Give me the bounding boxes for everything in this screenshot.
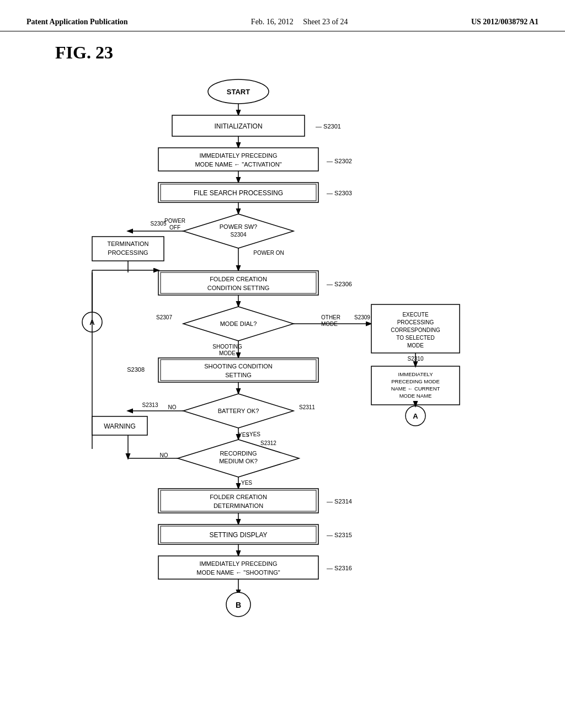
s2313-step-label: S2313: [142, 402, 158, 408]
s2316-label-1: IMMEDIATELY PRECEDING: [199, 560, 277, 567]
s2309-label-2: PROCESSING: [397, 319, 434, 325]
no-medium: NO: [160, 452, 168, 458]
s2313-label: WARNING: [104, 422, 136, 430]
no-battery: NO: [168, 404, 177, 410]
s2308-label-1: SHOOTING CONDITION: [204, 363, 273, 370]
circle-b: B: [236, 601, 241, 609]
page-header: Patent Application Publication Feb. 16, …: [0, 0, 565, 31]
s2307-label: MODE DIAL?: [220, 320, 257, 327]
sheet-info: Sheet 23 of 24: [303, 18, 348, 26]
svg-marker-9: [183, 214, 294, 248]
s2303-label: FILE SEARCH PROCESSING: [194, 189, 283, 197]
header-center: Feb. 16, 2012 Sheet 23 of 24: [251, 18, 348, 26]
s2305-step-label: S2305: [151, 221, 167, 227]
s2312-label-2: MEDIUM OK?: [219, 458, 258, 464]
s2311-step: S2311: [299, 404, 315, 410]
s2310-label-4: MODE NAME: [399, 393, 432, 399]
other-mode-label: OTHER: [321, 314, 340, 320]
s2301-label: INITIALIZATION: [214, 122, 262, 130]
s2307-step: S2307: [156, 314, 172, 320]
s2305-label-1: TERMINATION: [108, 240, 149, 247]
power-off-label2: OFF: [169, 224, 180, 231]
s2314-label-1: FOLDER CREATION: [210, 494, 267, 500]
flowchart-svg: START INITIALIZATION — S2301 IMMEDIATELY…: [56, 74, 509, 670]
s2306-step: — S2306: [327, 281, 352, 287]
figure-area: FIG. 23 START INITIALIZATION — S2301 IMM…: [0, 31, 565, 681]
patent-number: US 2012/0038792 A1: [471, 18, 539, 26]
s2309-label-1: EXECUTE: [402, 312, 429, 318]
s2312-yes-label: ↓YES: [247, 431, 260, 437]
s2311-label: BATTERY OK?: [218, 408, 259, 414]
power-on-label: POWER ON: [253, 250, 284, 256]
s2309-label-4: TO SELECTED: [396, 335, 434, 341]
s2302-label-2: MODE NAME ← "ACTIVATION": [195, 161, 281, 168]
s2308-step: S2308: [127, 366, 145, 373]
s2309-step-label: S2309: [354, 314, 370, 320]
figure-title: FIG. 23: [55, 42, 543, 63]
s2306-label-1: FOLDER CREATION: [210, 276, 267, 282]
s2314-step: — S2314: [327, 498, 352, 505]
s2315-step: — S2315: [327, 532, 352, 538]
s2301-step: — S2301: [316, 123, 341, 130]
power-off-label: POWER: [164, 218, 185, 224]
s2308-label-2: SETTING: [225, 372, 252, 378]
start-label: START: [227, 88, 250, 96]
circle-a-right: A: [413, 412, 418, 420]
s2304-step: S2304: [231, 232, 247, 238]
s2309-label-3: CORRESPONDING: [391, 327, 440, 333]
shooting-mode-label2: MODE: [219, 350, 236, 356]
publication-label: Patent Application Publication: [26, 18, 128, 26]
s2304-label-1: POWER SW?: [220, 223, 257, 230]
s2305-label-2: PROCESSING: [108, 249, 148, 256]
shooting-mode-label: SHOOTING: [212, 344, 242, 350]
s2314-label-2: DETERMINATION: [214, 502, 263, 509]
flowchart-container: START INITIALIZATION — S2301 IMMEDIATELY…: [22, 74, 543, 670]
s2302-label-1: IMMEDIATELY PRECEDING: [199, 152, 277, 159]
yes-medium: YES: [241, 480, 252, 486]
s2316-label-2: MODE NAME ← "SHOOTING": [196, 569, 280, 576]
pub-date: Feb. 16, 2012: [251, 18, 294, 26]
s2310-label-2: PRECEDING MODE: [391, 378, 440, 384]
s2306-label-2: CONDITION SETTING: [207, 285, 269, 291]
s2310-label-1: IMMEDIATELY: [398, 371, 434, 377]
s2302-step: — S2302: [327, 158, 352, 164]
s2316-step: — S2316: [327, 565, 352, 571]
s2312-step: S2312: [260, 440, 276, 446]
s2303-step: — S2303: [327, 190, 352, 196]
s2315-label: SETTING DISPLAY: [209, 531, 267, 539]
s2310-label-3: NAME ← CURRENT: [391, 386, 440, 392]
s2312-label-1: RECORDING: [220, 450, 257, 457]
s2309-label-5: MODE: [407, 342, 424, 349]
